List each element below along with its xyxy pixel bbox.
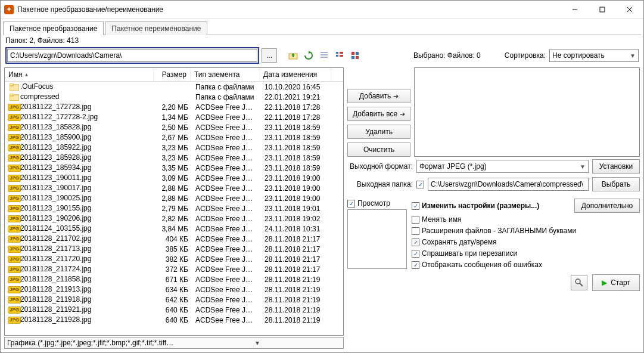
file-name: 20181123_185900.jpg xyxy=(20,133,91,141)
table-row[interactable]: JPG20181122_172728-2.jpg1,34 МБACDSee Fr… xyxy=(5,112,343,122)
file-name: 20181122_172728-2.jpg xyxy=(20,113,98,121)
close-button[interactable] xyxy=(616,1,643,18)
output-folder-check[interactable] xyxy=(416,181,424,188)
svg-rect-8 xyxy=(336,52,338,54)
table-row[interactable]: JPG20181124_103155.jpg3,84 МБACDSee Free… xyxy=(5,224,343,234)
file-date: 23.11.2018 18:59 xyxy=(261,164,332,172)
title-bar: ✦ Пакетное преобразование/переименование xyxy=(1,1,643,18)
jpg-icon: JPG xyxy=(10,174,19,182)
preview-check[interactable] xyxy=(347,200,355,208)
rename-check[interactable] xyxy=(412,216,419,224)
preview-zoom-button[interactable] xyxy=(571,275,587,290)
jpg-icon: JPG xyxy=(10,194,19,203)
table-row[interactable]: JPG20181128_211713.jpg385 КБACDSee Free … xyxy=(5,244,343,254)
output-folder-browse[interactable]: Выбрать xyxy=(592,177,640,191)
table-row[interactable]: JPG20181123_185900.jpg2,67 МБACDSee Free… xyxy=(5,132,343,143)
table-row[interactable]: JPG20181128_211921.jpg640 КБACDSee Free … xyxy=(5,305,343,315)
remove-button[interactable]: Удалить xyxy=(347,125,410,139)
table-row[interactable]: JPG20181128_211928.jpg640 КБACDSee Free … xyxy=(5,315,343,325)
file-type: ACDSee Free JPEG ... xyxy=(192,123,261,132)
svg-rect-1 xyxy=(600,7,605,12)
table-row[interactable]: JPG20181123_190011.jpg3,09 МБACDSee Free… xyxy=(5,173,343,183)
col-size[interactable]: Размер xyxy=(154,68,191,81)
file-name: .OutFocus xyxy=(20,82,53,91)
minimize-button[interactable] xyxy=(561,1,589,18)
jpg-icon: JPG xyxy=(10,265,19,274)
show-errors-check[interactable] xyxy=(412,261,419,269)
list-view-icon[interactable] xyxy=(318,49,331,62)
table-row[interactable]: JPG20181128_211724.jpg372 КБACDSee Free … xyxy=(5,264,343,274)
table-row[interactable]: JPG20181128_211858.jpg671 КБACDSee Free … xyxy=(5,274,343,284)
jpg-icon: JPG xyxy=(10,134,19,142)
file-date: 28.11.2018 21:17 xyxy=(261,245,332,253)
table-row[interactable]: JPG20181122_172728.jpg2,20 МБACDSee Free… xyxy=(5,102,343,112)
table-row[interactable]: JPG20181128_211918.jpg642 КБACDSee Free … xyxy=(5,295,343,305)
clear-button[interactable]: Очистить xyxy=(347,143,410,157)
file-date: 28.11.2018 21:19 xyxy=(261,296,332,304)
jpg-icon: JPG xyxy=(10,286,19,294)
maximize-button[interactable] xyxy=(589,1,616,18)
file-size: 640 КБ xyxy=(155,306,192,314)
start-button[interactable]: ▶Старт xyxy=(592,274,640,291)
table-row[interactable]: JPG20181123_185828.jpg2,50 МБACDSee Free… xyxy=(5,122,343,132)
table-row[interactable]: JPG20181123_185928.jpg3,23 МБACDSee Free… xyxy=(5,153,343,163)
col-name[interactable]: Имя▲ xyxy=(5,68,154,81)
column-headers: Имя▲ Размер Тип элемента Дата изменения xyxy=(5,68,343,82)
browse-button[interactable]: ... xyxy=(262,48,277,63)
table-row[interactable]: JPG20181128_211702.jpg404 КБACDSee Free … xyxy=(5,234,343,244)
file-name: 20181128_211720.jpg xyxy=(20,255,91,263)
advanced-button[interactable]: Дополнительно xyxy=(574,199,640,213)
window-title: Пакетное преобразование/переименование xyxy=(17,5,561,14)
file-date: 22.11.2018 17:28 xyxy=(261,113,332,122)
change-settings-check[interactable] xyxy=(412,202,419,210)
file-type: ACDSee Free JPEG ... xyxy=(192,316,261,324)
path-input[interactable] xyxy=(7,49,257,62)
folder-up-icon[interactable] xyxy=(287,49,300,62)
file-type: ACDSee Free JPEG ... xyxy=(192,235,261,243)
col-type[interactable]: Тип элемента xyxy=(191,68,260,81)
filetype-filter[interactable]: Графика (*.jpg;*.jpe;*.jpeg;*.jfif;*.bmp… xyxy=(4,337,344,349)
selection-list[interactable] xyxy=(414,67,640,157)
jpg-icon: JPG xyxy=(10,306,19,314)
file-type: ACDSee Free JPEG ... xyxy=(192,205,261,213)
file-size: 2,79 МБ xyxy=(155,205,192,213)
refresh-icon[interactable] xyxy=(302,49,315,62)
table-row[interactable]: JPG20181128_211720.jpg382 КБACDSee Free … xyxy=(5,254,343,264)
output-format-combo[interactable]: Формат JPEG (*.jpg)▼ xyxy=(416,160,589,173)
svg-rect-10 xyxy=(336,55,338,57)
table-row[interactable]: compressedПапка с файлами22.01.2021 19:2… xyxy=(5,92,343,102)
overwrite-ask-check[interactable] xyxy=(412,250,419,258)
sort-combo[interactable]: Не сортировать▼ xyxy=(549,49,639,62)
file-type: ACDSee Free JPEG ... xyxy=(192,275,261,284)
add-all-button[interactable]: Добавить все➔ xyxy=(347,107,410,121)
add-button[interactable]: Добавить➔ xyxy=(347,89,410,103)
file-date: 28.11.2018 21:19 xyxy=(261,275,332,284)
tab-rename[interactable]: Пакетное переименование xyxy=(105,21,207,35)
output-folder-input[interactable] xyxy=(428,178,589,191)
table-row[interactable]: JPG20181123_190206.jpg2,82 МБACDSee Free… xyxy=(5,213,343,224)
app-icon: ✦ xyxy=(4,5,14,14)
file-size: 2,88 МБ xyxy=(155,184,192,193)
file-size: 642 КБ xyxy=(155,296,192,304)
format-settings-button[interactable]: Установки xyxy=(592,159,640,174)
folder-icon xyxy=(10,83,19,91)
file-list[interactable]: Имя▲ Размер Тип элемента Дата изменения … xyxy=(4,67,344,336)
table-row[interactable]: .OutFocusПапка с файлами10.10.2020 16:45 xyxy=(5,82,343,92)
table-row[interactable]: JPG20181123_185934.jpg3,35 МБACDSee Free… xyxy=(5,163,343,173)
table-row[interactable]: JPG20181123_190017.jpg2,88 МБACDSee Free… xyxy=(5,183,343,193)
file-size: 3,09 МБ xyxy=(155,174,192,182)
jpg-icon: JPG xyxy=(10,164,19,172)
table-row[interactable]: JPG20181123_190155.jpg2,79 МБACDSee Free… xyxy=(5,203,343,213)
table-row[interactable]: JPG20181123_190025.jpg2,88 МБACDSee Free… xyxy=(5,193,343,203)
details-view-icon[interactable] xyxy=(333,49,346,62)
keep-date-check[interactable] xyxy=(412,239,419,246)
file-type: ACDSee Free JPEG ... xyxy=(192,113,261,122)
table-row[interactable]: JPG20181128_211913.jpg634 КБACDSee Free … xyxy=(5,284,343,295)
table-row[interactable]: JPG20181123_185922.jpg3,23 МБACDSee Free… xyxy=(5,143,343,153)
file-size: 671 КБ xyxy=(155,275,192,284)
col-date[interactable]: Дата изменения xyxy=(260,68,331,81)
file-date: 28.11.2018 21:17 xyxy=(261,265,332,274)
thumbnails-view-icon[interactable] xyxy=(349,49,362,62)
tab-convert[interactable]: Пакетное преобразование xyxy=(3,21,104,35)
uppercase-ext-check[interactable] xyxy=(412,227,419,235)
